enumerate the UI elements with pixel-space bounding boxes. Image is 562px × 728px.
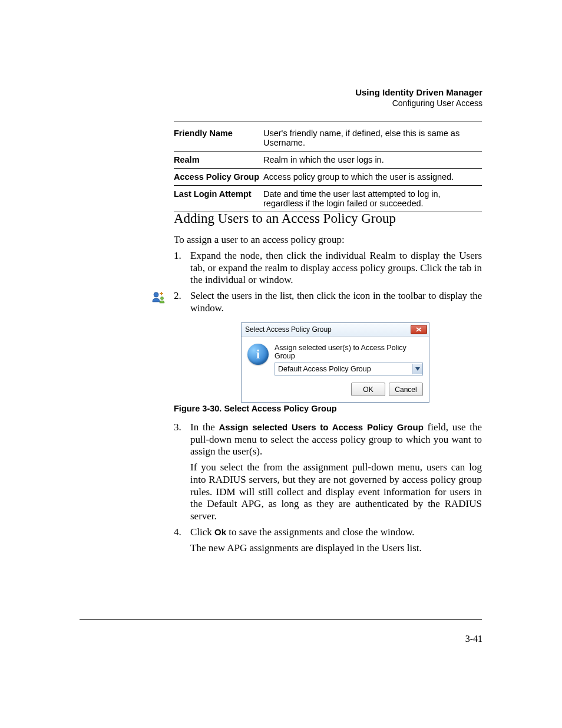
list-item: 4. Click Ok to save the assignments and …: [174, 526, 482, 554]
close-button[interactable]: [411, 325, 427, 334]
step-body: Click Ok to save the assignments and clo…: [190, 526, 482, 554]
dialog-body: i Assign selected user(s) to Access Poli…: [242, 337, 429, 380]
def-term: Friendly Name: [174, 125, 263, 151]
chevron-down-icon: [412, 364, 422, 374]
page-header: Using Identity Driven Manager Configurin…: [355, 87, 482, 108]
list-item: 2. Select the users in the list, then cl…: [174, 290, 482, 314]
figure-caption: Figure 3-30. Select Access Policy Group: [174, 404, 337, 413]
table-row: Realm Realm in which the user logs in.: [174, 151, 482, 169]
steps-list-part1: 1. Expand the node, then click the indiv…: [174, 250, 482, 318]
ok-button[interactable]: OK: [351, 383, 385, 396]
intro-paragraph: To assign a user to an access policy gro…: [174, 234, 482, 246]
def-term: Access Policy Group: [174, 169, 263, 186]
steps-list-part2: 3. In the Assign selected Users to Acces…: [174, 421, 482, 558]
list-item: 1. Expand the node, then click the indiv…: [174, 250, 482, 286]
header-title: Using Identity Driven Manager: [355, 87, 482, 97]
dialog-content: Assign selected user(s) to Access Policy…: [275, 344, 423, 375]
access-policy-group-select[interactable]: Default Access Policy Group: [275, 363, 423, 375]
select-access-policy-group-dialog: Select Access Policy Group i Assign sele…: [241, 322, 429, 403]
table-top-rule: [174, 121, 482, 121]
definition-table: Friendly Name User's friendly name, if d…: [174, 125, 482, 212]
def-desc: Access policy group to which the user is…: [263, 169, 482, 186]
def-desc: User's friendly name, if defined, else t…: [263, 125, 482, 151]
cancel-button[interactable]: Cancel: [389, 383, 423, 396]
dialog-field-label: Assign selected user(s) to Access Policy…: [275, 344, 423, 360]
def-term: Last Login Attempt: [174, 186, 263, 212]
table-row: Friendly Name User's friendly name, if d…: [174, 125, 482, 151]
info-icon: i: [247, 344, 269, 365]
table-row: Access Policy Group Access policy group …: [174, 169, 482, 186]
step-number: 2.: [174, 290, 190, 314]
table-row: Last Login Attempt Date and time the use…: [174, 186, 482, 212]
step-number: 4.: [174, 526, 190, 554]
step-body: Select the users in the list, then click…: [190, 290, 482, 314]
paragraph: The new APG assignments are displayed in…: [190, 542, 482, 555]
select-value: Default Access Policy Group: [278, 365, 371, 373]
section-heading: Adding Users to an Access Policy Group: [174, 211, 396, 226]
svg-point-1: [161, 297, 164, 300]
step-body: Expand the node, then click the individu…: [190, 250, 482, 286]
def-desc: Date and time the user last attempted to…: [263, 186, 482, 212]
close-icon: [416, 327, 422, 332]
paragraph: If you select the from the assignment pu…: [190, 462, 482, 523]
page-number: 3-41: [465, 634, 482, 644]
dialog-buttons: OK Cancel: [242, 380, 429, 402]
def-term: Realm: [174, 151, 263, 169]
header-subtitle: Configuring User Access: [355, 98, 482, 108]
svg-point-0: [154, 292, 158, 297]
list-item: 3. In the Assign selected Users to Acces…: [174, 421, 482, 523]
footer-rule: [80, 619, 482, 620]
step-number: 1.: [174, 250, 190, 286]
step-number: 3.: [174, 421, 190, 523]
dialog-title-text: Select Access Policy Group: [245, 325, 332, 334]
def-desc: Realm in which the user logs in.: [263, 151, 482, 169]
dialog-titlebar: Select Access Policy Group: [242, 323, 429, 337]
step-body: In the Assign selected Users to Access P…: [190, 421, 482, 523]
assign-users-icon: [151, 290, 166, 304]
document-page: Using Identity Driven Manager Configurin…: [0, 0, 562, 728]
